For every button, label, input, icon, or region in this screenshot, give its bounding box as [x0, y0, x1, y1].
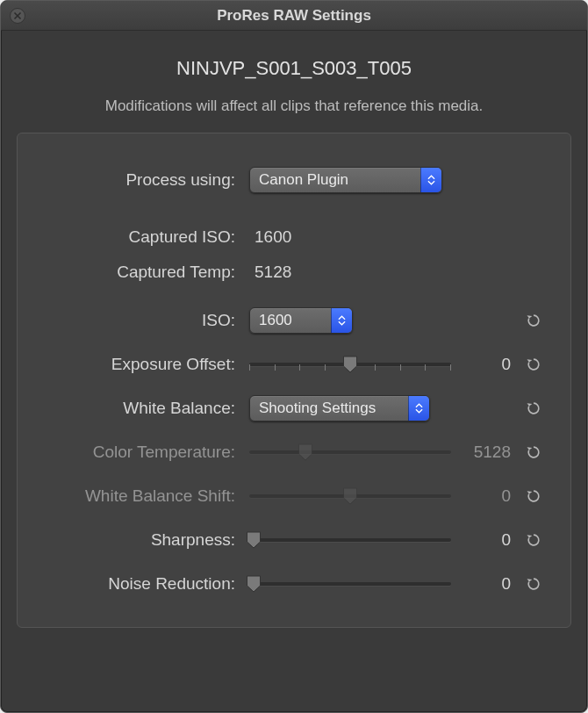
chevron-updown-icon: [408, 396, 429, 421]
row-noise-reduction: Noise Reduction: 0: [39, 562, 549, 606]
close-icon: [13, 11, 22, 20]
value-color-temperature: 5128: [460, 443, 513, 462]
white-balance-select[interactable]: Shooting Settings: [249, 395, 430, 421]
row-sharpness: Sharpness: 0: [39, 518, 549, 562]
row-iso: ISO: 1600: [39, 299, 549, 342]
undo-arrow-icon: [525, 443, 542, 461]
color-temperature-slider: [249, 435, 451, 470]
row-captured-iso: Captured ISO: 1600: [39, 220, 549, 255]
note-text: Modifications will affect all clips that…: [1, 97, 587, 115]
row-exposure-offset: Exposure Offset: 0: [39, 342, 549, 386]
reset-white-balance-shift-button[interactable]: [521, 484, 546, 508]
slider-thumb[interactable]: [246, 531, 261, 549]
undo-arrow-icon: [525, 575, 542, 593]
label-white-balance-shift: White Balance Shift:: [39, 486, 240, 506]
row-white-balance-shift: White Balance Shift: 0: [39, 474, 549, 518]
label-sharpness: Sharpness:: [39, 530, 240, 550]
close-button[interactable]: [10, 8, 25, 24]
label-exposure-offset: Exposure Offset:: [39, 355, 240, 374]
value-captured-iso: 1600: [249, 227, 451, 247]
white-balance-value: Shooting Settings: [250, 400, 408, 417]
chevron-updown-icon: [420, 168, 441, 192]
exposure-offset-slider[interactable]: [249, 347, 451, 382]
row-color-temperature: Color Temperature: 5128: [39, 430, 549, 474]
white-balance-shift-slider: [249, 479, 451, 514]
settings-panel: Process using: Canon Plugin Captured ISO…: [17, 133, 571, 628]
row-process-using: Process using: Canon Plugin: [39, 158, 549, 202]
clip-name: NINJVP_S001_S003_T005: [1, 57, 587, 80]
reset-noise-reduction-button[interactable]: [521, 572, 546, 596]
label-captured-iso: Captured ISO:: [39, 227, 240, 247]
undo-arrow-icon: [525, 487, 542, 505]
value-exposure-offset: 0: [460, 355, 513, 374]
titlebar: ProRes RAW Settings: [1, 1, 587, 31]
slider-thumb: [343, 487, 358, 505]
row-captured-temp: Captured Temp: 5128: [39, 255, 549, 290]
reset-sharpness-button[interactable]: [521, 528, 546, 552]
value-captured-temp: 5128: [249, 263, 451, 282]
value-sharpness: 0: [460, 530, 513, 550]
iso-value: 1600: [250, 312, 331, 329]
slider-thumb: [298, 443, 313, 461]
settings-window: ProRes RAW Settings NINJVP_S001_S003_T00…: [0, 0, 588, 713]
chevron-updown-icon: [331, 308, 352, 333]
label-noise-reduction: Noise Reduction:: [39, 574, 240, 594]
undo-arrow-icon: [525, 312, 542, 329]
sharpness-slider[interactable]: [249, 522, 451, 558]
slider-thumb[interactable]: [343, 356, 358, 373]
undo-arrow-icon: [525, 400, 542, 417]
window-title: ProRes RAW Settings: [217, 7, 371, 25]
label-process-using: Process using:: [39, 170, 240, 190]
value-white-balance-shift: 0: [460, 486, 513, 506]
process-using-value: Canon Plugin: [250, 171, 420, 189]
process-using-select[interactable]: Canon Plugin: [249, 167, 442, 193]
value-noise-reduction: 0: [460, 574, 513, 594]
label-white-balance: White Balance:: [39, 399, 240, 418]
noise-reduction-slider[interactable]: [249, 566, 451, 601]
iso-select[interactable]: 1600: [249, 307, 353, 334]
undo-arrow-icon: [525, 356, 542, 373]
reset-white-balance-button[interactable]: [521, 396, 546, 421]
label-iso: ISO:: [39, 311, 240, 330]
reset-iso-button[interactable]: [521, 308, 546, 333]
row-white-balance: White Balance: Shooting Settings: [39, 386, 549, 430]
reset-color-temperature-button[interactable]: [521, 440, 546, 465]
undo-arrow-icon: [525, 531, 542, 549]
slider-thumb[interactable]: [246, 575, 261, 593]
label-color-temperature: Color Temperature:: [39, 443, 240, 462]
label-captured-temp: Captured Temp:: [39, 263, 240, 282]
reset-exposure-offset-button[interactable]: [521, 352, 546, 377]
